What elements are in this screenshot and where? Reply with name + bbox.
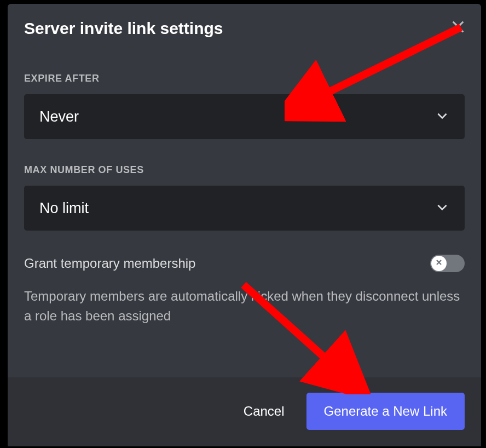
max-uses-select[interactable]: No limit xyxy=(24,186,465,231)
temp-membership-toggle[interactable] xyxy=(430,255,465,272)
chevron-down-icon xyxy=(435,200,449,216)
temp-membership-row: Grant temporary membership xyxy=(24,255,465,272)
cancel-button[interactable]: Cancel xyxy=(238,398,290,424)
close-button[interactable] xyxy=(449,18,467,37)
max-uses-field: MAX NUMBER OF USES No limit xyxy=(24,164,465,231)
expire-after-value: Never xyxy=(39,108,79,125)
temp-membership-label: Grant temporary membership xyxy=(24,256,195,271)
toggle-knob xyxy=(431,256,447,271)
modal-body: EXPIRE AFTER Never MAX NUMBER OF USES No… xyxy=(8,38,481,377)
invite-settings-modal: Server invite link settings EXPIRE AFTER… xyxy=(8,4,481,446)
max-uses-value: No limit xyxy=(39,200,89,217)
temp-membership-help: Temporary members are automatically kick… xyxy=(24,286,465,326)
generate-link-button[interactable]: Generate a New Link xyxy=(306,393,465,430)
modal-header: Server invite link settings xyxy=(8,4,481,38)
expire-after-label: EXPIRE AFTER xyxy=(24,73,465,84)
max-uses-label: MAX NUMBER OF USES xyxy=(24,164,465,176)
x-icon xyxy=(435,258,443,269)
modal-title: Server invite link settings xyxy=(24,19,223,38)
expire-after-select[interactable]: Never xyxy=(24,94,465,139)
modal-footer: Cancel Generate a New Link xyxy=(8,377,481,446)
close-icon xyxy=(449,29,467,37)
expire-after-field: EXPIRE AFTER Never xyxy=(24,73,465,139)
chevron-down-icon xyxy=(435,108,449,125)
